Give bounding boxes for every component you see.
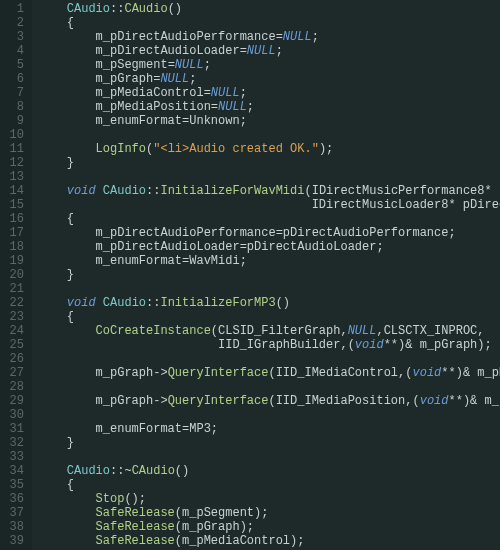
code-line[interactable]: SafeRelease(m_pSegment); [38,506,500,520]
line-number: 10 [4,128,24,142]
token-ident: pDirectAudioLoad [456,198,500,212]
line-number: 26 [4,352,24,366]
code-line[interactable]: m_pDirectAudioLoader=pDirectAudioLoader; [38,240,500,254]
token-ident: (IDirectMusicPerformance8 [304,184,484,198]
code-line[interactable]: { [38,478,500,492]
code-line[interactable]: { [38,212,500,226]
code-line[interactable] [38,170,500,184]
token-ident: m_enumFormat [38,114,182,128]
code-line[interactable] [38,380,500,394]
token-ident [38,282,45,296]
token-ident [38,2,67,16]
code-line[interactable]: CAudio::~CAudio() [38,464,500,478]
token-op: * [448,198,455,212]
line-number: 31 [4,422,24,436]
token-ident [38,352,45,366]
token-punc: } [38,268,74,282]
token-ident: pDirectAudioPerformance; [283,226,456,240]
token-ident: m_pDirectAudioPerformance [38,226,276,240]
code-line[interactable]: } [38,268,500,282]
code-line[interactable]: m_pDirectAudioLoader=NULL; [38,44,500,58]
code-line[interactable]: { [38,16,500,30]
line-number: 24 [4,324,24,338]
line-number: 7 [4,86,24,100]
code-line[interactable] [38,352,500,366]
code-line[interactable] [38,450,500,464]
line-number: 32 [4,436,24,450]
code-line[interactable]: IDirectMusicLoader8* pDirectAudioLoad [38,198,500,212]
token-ident: MP3; [189,422,218,436]
code-line[interactable]: CAudio::CAudio() [38,2,500,16]
line-number: 12 [4,156,24,170]
line-number-gutter: 1234567891011121314151617181920212223242… [0,0,32,550]
code-line[interactable]: m_pDirectAudioPerformance=pDirectAudioPe… [38,226,500,240]
code-line[interactable]: m_pGraph=NULL; [38,72,500,86]
code-line[interactable]: IID_IGraphBuilder,(void**)& m_pGraph); [38,338,500,352]
token-ident: m_pSegment [38,58,168,72]
token-punc: ; [247,100,254,114]
token-op: = [276,226,283,240]
token-punc: ; [204,58,211,72]
token-fn: QueryInterface [168,366,269,380]
token-punc: () [168,2,182,16]
code-line[interactable]: m_pMediaControl=NULL; [38,86,500,100]
code-editor[interactable]: 1234567891011121314151617181920212223242… [0,0,500,550]
token-ident: Unknown; [189,114,247,128]
line-number: 14 [4,184,24,198]
code-line[interactable]: m_pDirectAudioPerformance=NULL; [38,30,500,44]
code-line[interactable]: m_pSegment=NULL; [38,58,500,72]
token-punc: { [38,478,74,492]
code-line[interactable]: m_pGraph->QueryInterface(IID_IMediaPosit… [38,394,500,408]
line-number: 18 [4,240,24,254]
token-fn: CoCreateInstance [96,324,211,338]
token-ident [38,450,45,464]
token-kw: void [67,296,96,310]
code-line[interactable]: Stop(); [38,492,500,506]
code-line[interactable] [38,282,500,296]
token-ident: m_pDirectAudioPerformance [38,30,276,44]
token-ident: m_pDirectAudioLoader [38,240,240,254]
line-number: 11 [4,142,24,156]
token-ident: m_pGraph [38,366,153,380]
line-number: 38 [4,520,24,534]
code-line[interactable]: m_enumFormat=Unknown; [38,114,500,128]
line-number: 21 [4,282,24,296]
code-line[interactable]: } [38,436,500,450]
token-ident [38,296,67,310]
code-line[interactable]: m_pMediaPosition=NULL; [38,100,500,114]
line-number: 5 [4,58,24,72]
line-number: 28 [4,380,24,394]
code-line[interactable]: { [38,310,500,324]
line-number: 9 [4,114,24,128]
code-line[interactable]: m_enumFormat=MP3; [38,422,500,436]
code-line[interactable] [38,408,500,422]
code-line[interactable]: SafeRelease(m_pMediaControl); [38,534,500,548]
code-line[interactable]: void CAudio::InitializeForWavMidi(IDirec… [38,184,500,198]
code-line[interactable]: SafeRelease(m_pGraph); [38,520,500,534]
code-line[interactable]: m_pGraph->QueryInterface(IID_IMediaContr… [38,366,500,380]
line-number: 29 [4,394,24,408]
code-line[interactable] [38,128,500,142]
token-kw: NULL [160,72,189,86]
code-line[interactable]: m_enumFormat=WavMidi; [38,254,500,268]
token-cls: CAudio [67,464,110,478]
token-ident [38,464,67,478]
code-line[interactable]: LogInfo("<li>Audio created OK."); [38,142,500,156]
code-area[interactable]: CAudio::CAudio() { m_pDirectAudioPerform… [32,0,500,550]
code-line[interactable]: void CAudio::InitializeForMP3() [38,296,500,310]
token-ident [38,184,67,198]
token-ident: (m_pGraph); [175,520,254,534]
line-number: 15 [4,198,24,212]
token-fn: QueryInterface [168,394,269,408]
code-line[interactable]: } [38,156,500,170]
token-ident [38,142,96,156]
line-number: 17 [4,226,24,240]
token-str: "<li>Audio created OK." [153,142,319,156]
token-op: = [240,240,247,254]
token-op: = [168,58,175,72]
code-line[interactable]: CoCreateInstance(CLSID_FilterGraph,NULL,… [38,324,500,338]
token-punc: } [38,436,74,450]
line-number: 34 [4,464,24,478]
line-number: 3 [4,30,24,44]
token-op: = [276,30,283,44]
